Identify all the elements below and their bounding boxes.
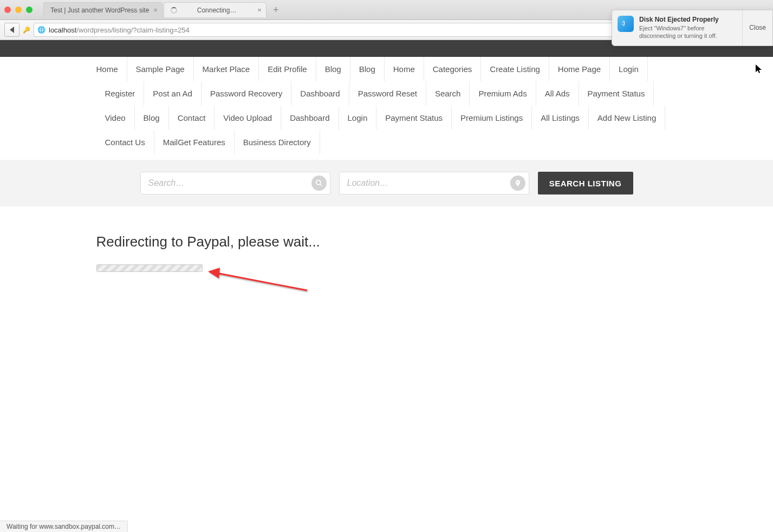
tab-close-icon[interactable]: × xyxy=(153,6,158,14)
nav-item[interactable]: Payment Status xyxy=(376,106,452,130)
main-content: Redirecting to Paypal, please wait... xyxy=(89,206,685,299)
progress-bar xyxy=(96,264,203,272)
nav-item[interactable]: Search xyxy=(426,81,470,106)
svg-point-2 xyxy=(316,180,320,185)
search-icon xyxy=(311,176,327,191)
listing-search-bar: SEARCH LISTING xyxy=(0,160,773,206)
nav-item[interactable]: Video xyxy=(96,106,135,130)
nav-item[interactable]: Dashboard xyxy=(291,81,349,106)
nav-item[interactable]: Login xyxy=(610,57,648,81)
location-pin-icon xyxy=(510,176,525,191)
close-window-button[interactable] xyxy=(4,7,11,13)
nav-item[interactable]: Premium Ads xyxy=(470,81,536,106)
nav-item[interactable]: Business Directory xyxy=(235,130,320,154)
nav-item[interactable]: Login xyxy=(339,106,377,130)
back-button[interactable] xyxy=(4,23,20,37)
cursor-pointer-icon xyxy=(756,64,763,76)
nav-item[interactable]: Password Recovery xyxy=(202,81,291,106)
nav-item[interactable]: MailGet Features xyxy=(154,130,235,154)
notification-title: Disk Not Ejected Properly xyxy=(639,16,737,23)
nav-item[interactable]: Post an Ad xyxy=(144,81,202,106)
identity-icon[interactable]: 🔑 xyxy=(23,27,30,34)
back-arrow-icon xyxy=(10,27,14,33)
system-notification: Disk Not Ejected Properly Eject "Windows… xyxy=(612,10,773,46)
notification-description: Eject "Windows7" before disconnecting or… xyxy=(639,24,737,40)
url-input[interactable]: 🌐 localhost/wordpress/listing/?claim-lis… xyxy=(34,23,644,37)
nav-item[interactable]: Dashboard xyxy=(281,106,339,130)
page-title: Redirecting to Paypal, please wait... xyxy=(96,233,677,250)
nav-item[interactable]: Blog xyxy=(316,57,350,81)
nav-item[interactable]: Video Upload xyxy=(215,106,281,130)
finder-icon xyxy=(618,16,634,32)
nav-item[interactable]: Home xyxy=(385,57,424,81)
new-tab-button[interactable]: + xyxy=(268,4,284,16)
search-location-field[interactable] xyxy=(339,172,529,194)
nav-item[interactable]: Add New Listing xyxy=(589,106,665,130)
window-controls xyxy=(4,7,33,13)
nav-item[interactable]: All Ads xyxy=(536,81,579,106)
nav-item[interactable]: Create Listing xyxy=(481,57,549,81)
notification-close-button[interactable]: Close xyxy=(742,10,772,46)
search-keyword-field[interactable] xyxy=(140,172,330,194)
tab-close-icon[interactable]: × xyxy=(257,6,262,14)
status-bar: Waiting for www.sandbox.paypal.com… xyxy=(0,521,128,532)
maximize-window-button[interactable] xyxy=(26,7,33,13)
svg-line-3 xyxy=(320,184,322,186)
nav-item[interactable]: Register xyxy=(96,81,145,106)
minimize-window-button[interactable] xyxy=(15,7,22,13)
nav-item[interactable]: Market Place xyxy=(194,57,259,81)
browser-tab[interactable]: Test | Just another WordPress site × xyxy=(43,2,163,17)
main-nav: HomeSample PageMarket PlaceEdit ProfileB… xyxy=(89,57,685,154)
nav-item[interactable]: Contact xyxy=(169,106,215,130)
url-text: localhost/wordpress/listing/?claim-listi… xyxy=(49,26,622,34)
nav-item[interactable]: Payment Status xyxy=(579,81,654,106)
nav-item[interactable]: Blog xyxy=(135,106,169,130)
globe-icon: 🌐 xyxy=(37,26,46,34)
nav-item[interactable]: Password Reset xyxy=(349,81,426,106)
nav-item[interactable]: Premium Listings xyxy=(452,106,532,130)
search-listing-button[interactable]: SEARCH LISTING xyxy=(538,172,633,194)
nav-item[interactable]: Edit Profile xyxy=(259,57,316,81)
search-keyword-input[interactable] xyxy=(148,178,311,188)
nav-item[interactable]: Blog xyxy=(350,57,385,81)
nav-item[interactable]: All Listings xyxy=(532,106,589,130)
nav-item[interactable]: Home Page xyxy=(549,57,610,81)
loading-spinner-icon xyxy=(171,7,177,14)
tab-title: Test | Just another WordPress site xyxy=(50,7,149,14)
nav-item[interactable]: Home xyxy=(96,57,127,81)
nav-item[interactable]: Contact Us xyxy=(96,130,154,154)
nav-item[interactable]: Categories xyxy=(424,57,482,81)
browser-tab-active[interactable]: Connecting… × xyxy=(164,2,267,17)
search-location-input[interactable] xyxy=(347,178,510,188)
tab-title: Connecting… xyxy=(197,7,237,14)
nav-item[interactable]: Sample Page xyxy=(127,57,194,81)
